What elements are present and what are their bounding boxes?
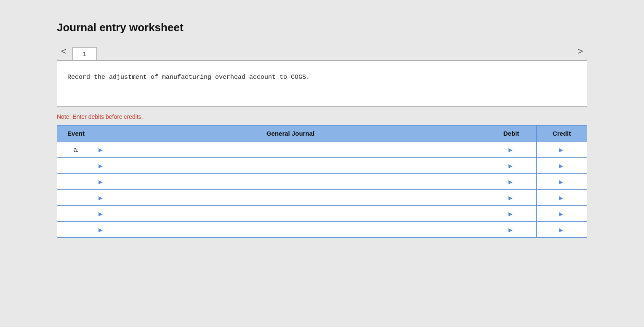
table-row: ▶▶▶ (57, 206, 587, 222)
row-arrow-icon: ▶ (98, 163, 103, 169)
cell-debit[interactable]: ▶ (486, 158, 537, 174)
credit-arrow-icon: ▶ (559, 227, 563, 233)
row-arrow-icon: ▶ (98, 195, 103, 201)
header-event: Event (57, 126, 95, 142)
cell-journal[interactable]: ▶ (95, 222, 486, 238)
cell-event (57, 190, 95, 206)
row-arrow-icon: ▶ (98, 227, 103, 233)
cell-journal[interactable]: ▶ (95, 206, 486, 222)
cell-debit[interactable]: ▶ (486, 142, 537, 158)
credit-arrow-icon: ▶ (559, 147, 563, 153)
cell-debit[interactable]: ▶ (486, 190, 537, 206)
credit-arrow-icon: ▶ (559, 179, 563, 185)
cell-credit[interactable]: ▶ (537, 142, 587, 158)
cell-debit[interactable]: ▶ (486, 174, 537, 190)
credit-arrow-icon: ▶ (559, 163, 563, 169)
credit-arrow-icon: ▶ (559, 195, 563, 201)
credit-arrow-icon: ▶ (559, 211, 563, 217)
cell-journal[interactable]: ▶ (95, 142, 486, 158)
journal-table: Event General Journal Debit Credit a.▶▶▶… (57, 125, 587, 238)
table-row: ▶▶▶ (57, 190, 587, 206)
cell-credit[interactable]: ▶ (537, 222, 587, 238)
cell-credit[interactable]: ▶ (537, 158, 587, 174)
cell-debit[interactable]: ▶ (486, 206, 537, 222)
debit-arrow-icon: ▶ (508, 163, 513, 169)
row-arrow-icon: ▶ (98, 179, 103, 185)
cell-debit[interactable]: ▶ (486, 222, 537, 238)
tab-number[interactable]: 1 (72, 47, 97, 60)
main-container: Journal entry worksheet < 1 > Record the… (40, 8, 604, 250)
cell-event (57, 222, 95, 238)
debit-arrow-icon: ▶ (508, 147, 513, 153)
debit-arrow-icon: ▶ (508, 195, 513, 201)
debit-arrow-icon: ▶ (508, 211, 513, 217)
cell-event: a. (57, 142, 95, 158)
instruction-box: Record the adjustment of manufacturing o… (57, 60, 587, 107)
row-arrow-icon: ▶ (98, 211, 103, 217)
cell-event (57, 206, 95, 222)
cell-journal[interactable]: ▶ (95, 158, 486, 174)
table-header-row: Event General Journal Debit Credit (57, 126, 587, 142)
debit-arrow-icon: ▶ (508, 179, 513, 185)
nav-row: < 1 > (57, 43, 587, 60)
cell-event (57, 158, 95, 174)
prev-arrow[interactable]: < (57, 43, 71, 60)
row-arrow-icon: ▶ (98, 147, 103, 153)
table-row: ▶▶▶ (57, 222, 587, 238)
instruction-text: Record the adjustment of manufacturing o… (67, 74, 310, 81)
table-row: a.▶▶▶ (57, 142, 587, 158)
table-row: ▶▶▶ (57, 158, 587, 174)
cell-credit[interactable]: ▶ (537, 190, 587, 206)
note-text: Note: Enter debits before credits. (57, 113, 587, 120)
header-journal: General Journal (95, 126, 486, 142)
page-title: Journal entry worksheet (57, 21, 587, 34)
debit-arrow-icon: ▶ (508, 227, 513, 233)
cell-credit[interactable]: ▶ (537, 174, 587, 190)
cell-journal[interactable]: ▶ (95, 174, 486, 190)
header-debit: Debit (486, 126, 537, 142)
cell-event (57, 174, 95, 190)
cell-journal[interactable]: ▶ (95, 190, 486, 206)
cell-credit[interactable]: ▶ (537, 206, 587, 222)
table-row: ▶▶▶ (57, 174, 587, 190)
next-arrow[interactable]: > (573, 43, 587, 60)
header-credit: Credit (537, 126, 587, 142)
